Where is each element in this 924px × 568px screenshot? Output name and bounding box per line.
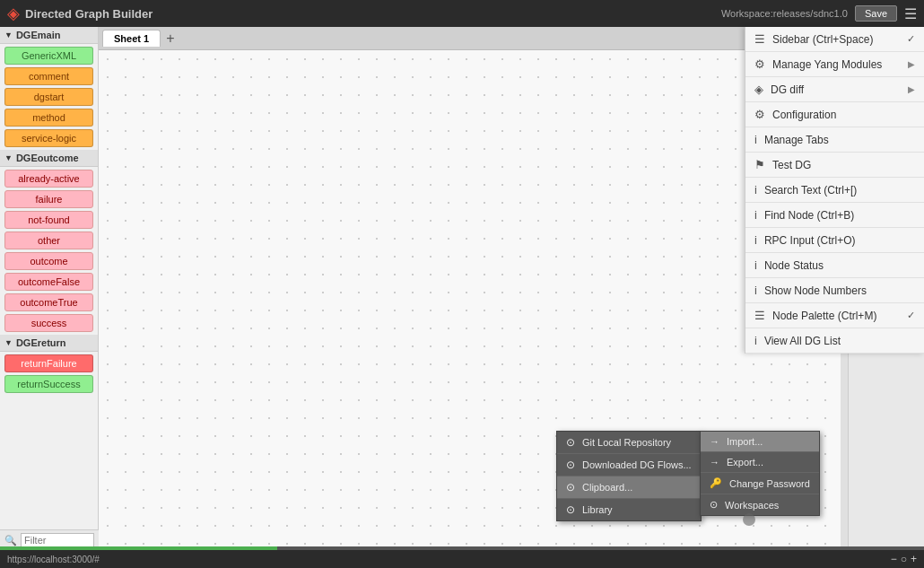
menu-manage-tabs[interactable]: i Manage Tabs	[745, 127, 924, 153]
progress-fill	[0, 546, 277, 550]
tab-sheet1[interactable]: Sheet 1	[102, 30, 161, 47]
topbar: ◈ Directed Graph Builder Workspace:relea…	[0, 0, 924, 27]
submenu-change-password[interactable]: 🔑 Change Password	[701, 473, 819, 494]
node-comment[interactable]: comment	[4, 67, 93, 85]
context-menu: ⊙ Git Local Repository ⊙ Downloaded DG F…	[556, 431, 702, 521]
section-dgereturn-label: DGEreturn	[16, 337, 66, 348]
palette-menu-icon: ☰	[754, 309, 765, 322]
menu-manage-tabs-label: Manage Tabs	[764, 134, 829, 146]
ctx-clipboard-label: Clipboard...	[582, 482, 632, 493]
submenu-import[interactable]: → Import...	[701, 432, 819, 452]
zoom-plus-button[interactable]: +	[911, 553, 917, 565]
node-method[interactable]: method	[4, 109, 93, 127]
export-sub-icon: →	[710, 457, 719, 468]
palette-check-icon: ✓	[907, 310, 915, 321]
topbar-right: Workspace:releases/sdnc1.0 Save ☰	[721, 5, 917, 22]
ctx-library[interactable]: ⊙ Library	[557, 499, 701, 520]
node-not-found[interactable]: not-found	[4, 211, 93, 229]
menu-dg-diff[interactable]: ◈ DG diff ▶	[745, 77, 924, 102]
collapse-arrow-icon: ▼	[4, 153, 13, 162]
url-bar: https://localhost:3000/#	[7, 555, 100, 564]
test-menu-icon: ⚑	[754, 158, 765, 171]
submenu-change-password-label: Change Password	[729, 478, 810, 489]
node-service-logic[interactable]: service-logic	[4, 129, 93, 147]
submenu-export[interactable]: → Export...	[701, 452, 819, 473]
menu-manage-yang-label: Manage Yang Modules	[772, 58, 882, 71]
ctx-git-local-label: Git Local Repository	[582, 437, 671, 448]
collapse-arrow-icon: ▼	[4, 31, 13, 39]
ctx-git-local[interactable]: ⊙ Git Local Repository	[557, 432, 701, 454]
section-dgereturn[interactable]: ▼ DGEreturn	[0, 335, 98, 352]
app-title: Directed Graph Builder	[25, 7, 153, 21]
submenu-workspaces-label: Workspaces	[725, 500, 779, 511]
menu-test-dg-label: Test DG	[772, 159, 811, 171]
git-ctx-icon: ⊙	[566, 436, 575, 449]
node-genericxml[interactable]: GenericXML	[4, 47, 93, 65]
config-menu-icon: ⚙	[754, 108, 765, 121]
submenu: → Import... → Export... 🔑 Change Passwor…	[700, 431, 820, 516]
node-returnfailure[interactable]: returnFailure	[4, 354, 93, 372]
download-ctx-icon: ⊙	[566, 459, 575, 471]
menu-sidebar[interactable]: ☰ Sidebar (Ctrl+Space) ✓	[745, 27, 924, 52]
menu-view-all-dg[interactable]: i View All DG List	[745, 328, 924, 354]
hamburger-menu-icon[interactable]: ☰	[904, 5, 917, 22]
menu-show-node-numbers[interactable]: i Show Node Numbers	[745, 278, 924, 303]
menu-test-dg[interactable]: ⚑ Test DG	[745, 153, 924, 178]
menu-manage-yang[interactable]: ⚙ Manage Yang Modules ▶	[745, 52, 924, 77]
menu-dg-diff-label: DG diff	[771, 83, 804, 96]
ctx-library-label: Library	[582, 504, 613, 515]
filter-icon: 🔍	[4, 535, 17, 546]
menu-find-node-label: Find Node (Ctrl+B)	[764, 209, 854, 222]
filter-input[interactable]	[21, 533, 94, 547]
node-outcome[interactable]: outcome	[4, 252, 93, 270]
arrow-right-icon: ▶	[908, 59, 915, 69]
workspace-label: Workspace:releases/sdnc1.0	[721, 8, 848, 19]
section-dgemain[interactable]: ▼ DGEmain	[0, 27, 98, 44]
ctx-clipboard[interactable]: ⊙ Clipboard...	[557, 476, 701, 499]
zoom-minus-button[interactable]: −	[891, 553, 897, 565]
nodenums-menu-icon: i	[754, 284, 757, 297]
node-failure[interactable]: failure	[4, 190, 93, 208]
menu-search-text-label: Search Text (Ctrl+[)	[764, 184, 857, 197]
collapse-arrow-icon: ▼	[4, 338, 13, 347]
menu-configuration[interactable]: ⚙ Configuration	[745, 102, 924, 127]
save-button[interactable]: Save	[855, 5, 897, 22]
node-dgstart[interactable]: dgstart	[4, 88, 93, 106]
ctx-downloaded-dg[interactable]: ⊙ Downloaded DG Flows...	[557, 454, 701, 476]
node-outcomefalse[interactable]: outcomeFalse	[4, 273, 93, 291]
menu-search-text[interactable]: i Search Text (Ctrl+[)	[745, 178, 924, 203]
progress-bar	[0, 546, 924, 550]
node-other[interactable]: other	[4, 232, 93, 249]
sidebar-menu-icon: ☰	[754, 32, 765, 46]
node-returnsuccess[interactable]: returnSuccess	[4, 375, 93, 393]
check-icon: ✓	[907, 33, 915, 45]
library-ctx-icon: ⊙	[566, 503, 575, 516]
section-dgeoutcome[interactable]: ▼ DGEoutcome	[0, 150, 98, 167]
menu-view-all-dg-label: View All DG List	[764, 335, 841, 347]
topbar-left: ◈ Directed Graph Builder	[7, 4, 153, 23]
section-dgemain-label: DGEmain	[16, 30, 61, 40]
search-menu-icon: i	[754, 183, 757, 197]
zoom-reset-button[interactable]: ○	[901, 553, 907, 565]
menu-sidebar-label: Sidebar (Ctrl+Space)	[772, 33, 873, 46]
left-sidebar: ▼ DGEmain GenericXML comment dgstart met…	[0, 27, 99, 568]
nodestatus-menu-icon: i	[754, 258, 757, 272]
menu-find-node[interactable]: i Find Node (Ctrl+B)	[745, 203, 924, 228]
viewdg-menu-icon: i	[754, 334, 757, 347]
menu-node-palette[interactable]: ☰ Node Palette (Ctrl+M) ✓	[745, 303, 924, 328]
add-tab-button[interactable]: +	[166, 31, 174, 46]
menu-rpc-input-label: RPC Input (Ctrl+O)	[764, 234, 856, 247]
tabs-menu-icon: i	[754, 133, 757, 146]
submenu-workspaces[interactable]: ⊙ Workspaces	[701, 494, 819, 515]
find-menu-icon: i	[754, 208, 757, 222]
node-success[interactable]: success	[4, 314, 93, 332]
submenu-import-label: Import...	[727, 436, 763, 447]
yang-menu-icon: ⚙	[754, 57, 765, 71]
password-sub-icon: 🔑	[710, 477, 722, 489]
node-outcometrue[interactable]: outcomeTrue	[4, 293, 93, 311]
menu-node-status[interactable]: i Node Status	[745, 253, 924, 278]
ctx-downloaded-dg-label: Downloaded DG Flows...	[582, 459, 692, 470]
menu-rpc-input[interactable]: i RPC Input (Ctrl+O)	[745, 228, 924, 253]
import-sub-icon: →	[710, 436, 719, 447]
node-already-active[interactable]: already-active	[4, 170, 93, 188]
